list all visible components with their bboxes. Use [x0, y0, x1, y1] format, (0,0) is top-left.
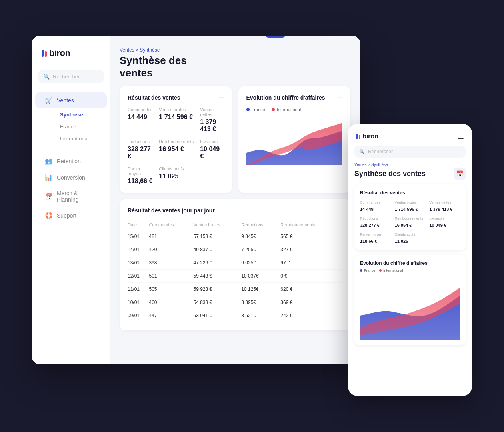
table-cell: 8 521€	[241, 309, 280, 322]
table-cell: 8 895€	[241, 296, 280, 309]
mobile-card-title: Résultat des ventes	[360, 190, 460, 196]
evolution-menu-icon[interactable]: ···	[337, 94, 342, 102]
table-title: Résultat des ventes jour par jour	[128, 207, 342, 214]
mobile-stat-ventes-nettes-value: 1 379 413 €	[429, 207, 452, 212]
table-row: 14/0142049 837 €7 255€327 €	[128, 243, 342, 256]
logo-bar-1	[42, 50, 44, 57]
search-icon: 🔍	[43, 74, 50, 80]
table-cell: 7 255€	[241, 243, 280, 256]
support-icon: 🛟	[45, 212, 53, 219]
sub-nav: Synthèse France International	[32, 109, 110, 144]
mobile-stat-clients-value: 11 025	[395, 239, 408, 244]
stat-commandes-value: 14 449	[128, 114, 147, 120]
table-row: 12/0150159 448 €10 037€0 €	[128, 270, 342, 283]
stat-reductions: Réductions 328 277 €	[128, 139, 152, 160]
hamburger-icon[interactable]: ☰	[458, 132, 464, 141]
evolution-card: Evolution du chiffre d'affaires ··· Fran…	[238, 86, 351, 193]
mobile-legend-france-label: France	[364, 268, 375, 272]
tab-trimestre[interactable]: Trimestre	[289, 36, 322, 38]
sub-nav-international[interactable]: International	[54, 133, 107, 144]
mobile-chart-area	[360, 276, 460, 340]
tab-semaine[interactable]: Semaine	[230, 36, 262, 38]
table-cell: 57 153 €	[194, 230, 242, 243]
legend-international-label: International	[277, 107, 301, 112]
sub-nav-france[interactable]: France	[54, 121, 107, 132]
legend-france-dot	[246, 108, 250, 111]
sidebar-item-retention[interactable]: 👥 Retention	[35, 153, 107, 169]
resultats-card-title: Résultat des ventes ···	[128, 94, 224, 101]
stat-livraison: Livraison 10 049 €	[200, 139, 224, 160]
table-cell: 59 448 €	[194, 270, 242, 283]
table-row: 11/0150559 923 €10 125€620 €	[128, 283, 342, 296]
table-cell: 505	[149, 283, 193, 296]
legend-international-dot	[272, 108, 275, 111]
stat-ventes-brutes-value: 1 714 596 €	[159, 114, 193, 120]
table-card: Résultat des ventes jour par jour Date C…	[120, 199, 350, 330]
sub-nav-synthese[interactable]: Synthèse	[54, 109, 107, 120]
mobile-stat-ventes-brutes: Ventes brutes 1 714 596 €	[395, 200, 426, 212]
stat-remboursements-value: 16 954 €	[159, 146, 184, 152]
tab-mois[interactable]: Mois	[264, 36, 286, 38]
conversion-icon: 📊	[45, 174, 53, 181]
table-cell: 09/01	[128, 309, 149, 322]
table-body: 15/0148157 153 €9 845€565 €14/0142049 83…	[128, 230, 342, 322]
mobile-chart-card: Evolution du chiffre d'affaires France I…	[354, 255, 466, 345]
table-cell: 10 125€	[241, 283, 280, 296]
mobile-legend-international-label: International	[383, 268, 403, 272]
table-cell: 53 041 €	[194, 309, 242, 322]
table-cell: 242 €	[280, 309, 342, 322]
mobile-stat-ventes-brutes-label: Ventes brutes	[395, 200, 426, 204]
legend-france-label: France	[252, 107, 265, 112]
mobile-header: biron ☰	[348, 124, 472, 146]
table-cell: 460	[149, 296, 193, 309]
calendar-icon[interactable]: 📅	[454, 168, 466, 180]
mobile-search-box[interactable]: 🔍 Rechercher	[354, 146, 466, 158]
sidebar-item-merch[interactable]: 📅 Merch & Planning	[35, 186, 107, 207]
stat-commandes-label: Commandes	[128, 107, 152, 112]
mobile-stat-reductions-value: 328 277 €	[360, 223, 380, 228]
stat-ventes-brutes: Ventes brutes 1 714 596 €	[159, 107, 194, 133]
stat-ventes-brutes-label: Ventes brutes	[159, 107, 194, 112]
table-cell: 501	[149, 270, 193, 283]
sidebar-item-support[interactable]: 🛟 Support	[35, 208, 107, 223]
nav-section-ventes: 🛒 Ventes Synthèse France International	[32, 92, 110, 145]
table-cell: 620 €	[280, 283, 342, 296]
stat-reductions-value: 328 277 €	[128, 146, 151, 160]
stat-clients-label: Clients actifs	[159, 166, 194, 171]
stat-remboursements-label: Remboursements	[159, 139, 194, 144]
col-ventes-brutes: Ventes brutes	[194, 220, 242, 230]
period-tabs: Jour Semaine Mois Trimestre Année	[206, 36, 350, 38]
stat-remboursements: Remboursements 16 954 €	[159, 139, 194, 160]
mobile-legend-france-dot	[360, 269, 362, 272]
card-menu-icon[interactable]: ···	[218, 94, 224, 102]
stat-ventes-nettes-label: Ventes nettes	[200, 107, 224, 117]
mobile-stat-remboursements-value: 16 954 €	[395, 223, 412, 228]
mobile-chart-title: Evolution du chiffre d'affaires	[360, 260, 460, 266]
daily-table: Date Commandes Ventes brutes Réductions …	[128, 220, 342, 322]
mobile-app: biron ☰ 🔍 Rechercher Ventes > Synthèse S…	[348, 124, 472, 396]
sidebar-item-merch-label: Merch & Planning	[57, 190, 97, 203]
stat-panier-label: Panier moyen	[128, 166, 152, 176]
mobile-search-icon: 🔍	[359, 149, 365, 154]
tab-jour[interactable]: Jour	[206, 36, 228, 38]
nav-divider-1	[38, 150, 104, 150]
mobile-stat-ventes-brutes-value: 1 714 596 €	[395, 207, 418, 212]
logo-text: biron	[49, 48, 70, 58]
legend-france: France	[246, 107, 265, 112]
mobile-stat-commandes-value: 14 449	[360, 207, 374, 212]
tab-annee[interactable]: Année	[324, 36, 350, 38]
table-cell: 13/01	[128, 256, 149, 270]
sidebar-item-conversion-label: Conversion	[57, 174, 85, 181]
search-box[interactable]: 🔍 Rechercher	[38, 70, 104, 83]
stat-ventes-nettes: Ventes nettes 1 379 413 €	[200, 107, 224, 133]
sidebar-item-ventes[interactable]: 🛒 Ventes	[35, 92, 107, 108]
table-cell: 10 037€	[241, 270, 280, 283]
retention-icon: 👥	[45, 157, 53, 165]
stat-commandes: Commandes 14 449	[128, 107, 152, 133]
mobile-stat-panier: Panier moyen 118,66 €	[360, 232, 391, 244]
table-cell: 9 845€	[241, 230, 280, 243]
logo-bar-2	[45, 51, 47, 57]
sidebar: biron 🔍 Rechercher 🛒 Ventes Synthèse Fra…	[32, 36, 110, 364]
col-commandes: Commandes	[149, 220, 193, 230]
sidebar-item-conversion[interactable]: 📊 Conversion	[35, 170, 107, 185]
